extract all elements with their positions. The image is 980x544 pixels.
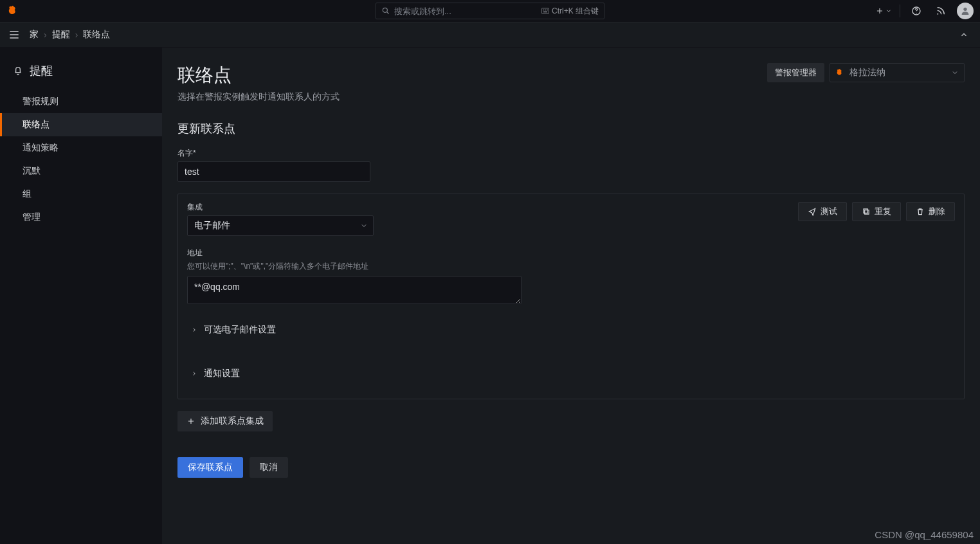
breadcrumb-home[interactable]: 家 bbox=[30, 29, 39, 41]
help-icon bbox=[911, 6, 921, 16]
user-icon bbox=[960, 6, 970, 16]
bell-icon bbox=[13, 66, 23, 76]
svg-point-0 bbox=[383, 8, 387, 12]
chevron-up-icon bbox=[959, 30, 968, 39]
integration-select[interactable]: 电子邮件 bbox=[187, 215, 374, 236]
duplicate-button[interactable]: 重复 bbox=[852, 202, 901, 221]
page-title: 联络点 bbox=[177, 63, 340, 87]
integration-label: 集成 bbox=[187, 202, 374, 213]
trash-icon bbox=[916, 207, 925, 216]
alertmanager-label: 警报管理器 bbox=[767, 63, 824, 82]
svg-rect-3 bbox=[543, 10, 544, 11]
sidebar-item-alert-rules[interactable]: 警报规则 bbox=[0, 90, 162, 113]
add-integration-button[interactable]: 添加联系点集成 bbox=[177, 411, 273, 431]
help-button[interactable] bbox=[908, 3, 925, 19]
send-icon bbox=[808, 207, 817, 216]
grafana-logo[interactable] bbox=[6, 5, 19, 17]
page-subtitle: 选择在警报实例触发时通知联系人的方式 bbox=[177, 91, 340, 103]
grafana-icon bbox=[835, 68, 844, 77]
user-avatar[interactable] bbox=[957, 3, 974, 19]
collapse-header-button[interactable] bbox=[956, 26, 972, 43]
sidebar: 提醒 警报规则 联络点 通知策略 沉默 组 管理 bbox=[0, 48, 162, 544]
content-area: 联络点 选择在警报实例触发时通知联系人的方式 警报管理器 格拉法纳 更新联系点 … bbox=[162, 48, 980, 544]
datasource-selected: 格拉法纳 bbox=[849, 67, 885, 78]
sidebar-item-contact-points[interactable]: 联络点 bbox=[0, 113, 162, 136]
chevron-down-icon bbox=[360, 222, 368, 230]
breadcrumb-current: 联络点 bbox=[83, 29, 110, 41]
hamburger-icon bbox=[8, 28, 21, 41]
integration-selected: 电子邮件 bbox=[194, 220, 230, 231]
sidebar-item-notification-policies[interactable]: 通知策略 bbox=[0, 136, 162, 159]
address-label: 地址 bbox=[187, 248, 955, 258]
svg-rect-11 bbox=[865, 210, 869, 214]
search-icon bbox=[381, 6, 390, 15]
svg-rect-4 bbox=[545, 10, 546, 11]
name-label: 名字* bbox=[177, 148, 965, 159]
breadcrumb-alerting[interactable]: 提醒 bbox=[52, 29, 70, 41]
global-search[interactable]: Ctrl+K 组合键 bbox=[376, 3, 604, 19]
svg-rect-12 bbox=[864, 209, 867, 213]
svg-rect-6 bbox=[543, 12, 547, 13]
datasource-select[interactable]: 格拉法纳 bbox=[830, 63, 965, 82]
watermark: CSDN @qq_44659804 bbox=[875, 529, 974, 540]
save-button[interactable]: 保存联系点 bbox=[177, 457, 243, 478]
name-input[interactable] bbox=[177, 161, 370, 182]
section-title: 更新联系点 bbox=[177, 121, 965, 136]
topbar: Ctrl+K 组合键 bbox=[0, 0, 980, 22]
copy-icon bbox=[862, 207, 871, 216]
breadcrumb: 家 › 提醒 › 联络点 bbox=[30, 29, 110, 41]
sidebar-item-silences[interactable]: 沉默 bbox=[0, 159, 162, 183]
divider bbox=[900, 5, 900, 17]
chevron-right-icon bbox=[191, 327, 197, 333]
delete-button[interactable]: 删除 bbox=[906, 202, 955, 221]
plus-icon bbox=[186, 417, 195, 426]
sidebar-item-groups[interactable]: 组 bbox=[0, 183, 162, 206]
chevron-down-icon bbox=[885, 8, 892, 14]
plus-icon bbox=[875, 6, 884, 15]
sidebar-title: 提醒 bbox=[0, 63, 162, 90]
chevron-right-icon bbox=[191, 370, 197, 377]
sidebar-item-admin[interactable]: 管理 bbox=[0, 206, 162, 229]
search-input[interactable] bbox=[394, 6, 538, 16]
keyboard-icon bbox=[541, 8, 549, 14]
optional-email-settings-toggle[interactable]: 可选电子邮件设置 bbox=[187, 318, 955, 342]
svg-rect-2 bbox=[541, 8, 549, 14]
chevron-down-icon bbox=[951, 69, 959, 77]
search-shortcut: Ctrl+K 组合键 bbox=[541, 6, 599, 17]
cancel-button[interactable]: 取消 bbox=[250, 457, 288, 478]
svg-line-1 bbox=[387, 12, 389, 14]
address-help: 您可以使用";"、"\n"或","分隔符输入多个电子邮件地址 bbox=[187, 261, 955, 272]
rss-button[interactable] bbox=[932, 3, 949, 19]
menu-toggle-button[interactable] bbox=[8, 28, 21, 41]
svg-point-10 bbox=[963, 8, 966, 11]
svg-point-9 bbox=[937, 14, 938, 15]
rss-icon bbox=[936, 6, 946, 16]
test-button[interactable]: 测试 bbox=[798, 202, 847, 221]
breadcrumb-bar: 家 › 提醒 › 联络点 bbox=[0, 22, 980, 48]
address-textarea[interactable] bbox=[187, 276, 522, 304]
notification-settings-toggle[interactable]: 通知设置 bbox=[187, 361, 955, 386]
svg-rect-5 bbox=[547, 10, 548, 11]
svg-point-8 bbox=[916, 13, 916, 14]
integration-card: 集成 电子邮件 测试 重复 bbox=[177, 194, 965, 399]
add-menu-button[interactable] bbox=[875, 3, 892, 19]
